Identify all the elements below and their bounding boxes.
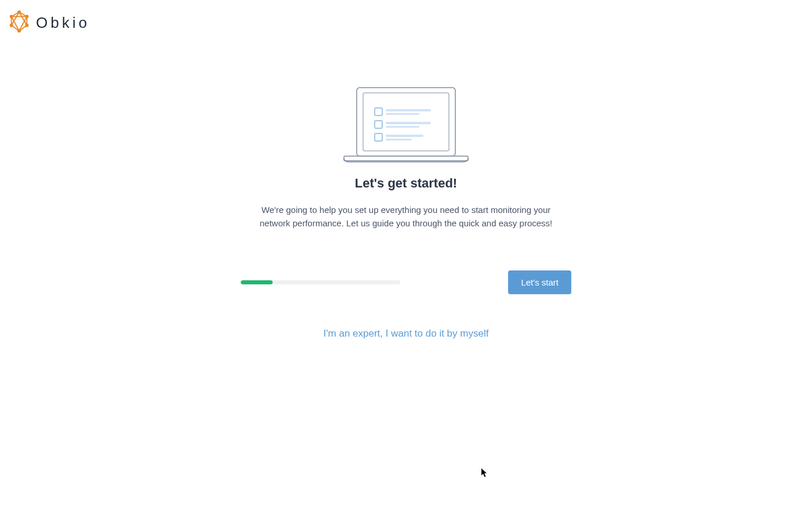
onboarding-content: Let's get started! We're going to help y… [0, 86, 812, 339]
cursor-icon [481, 468, 488, 480]
svg-rect-15 [386, 109, 431, 111]
svg-rect-16 [386, 113, 419, 115]
onboarding-heading: Let's get started! [355, 176, 457, 191]
progress-bar [241, 280, 400, 284]
laptop-illustration-icon [342, 86, 470, 164]
svg-rect-21 [386, 135, 423, 137]
svg-point-8 [17, 29, 21, 32]
svg-point-6 [25, 15, 28, 18]
brand-logo-text: Obkio [36, 14, 90, 32]
progress-bar-fill [241, 280, 273, 284]
svg-point-9 [10, 24, 13, 27]
svg-point-7 [25, 24, 28, 27]
header: Obkio [0, 0, 812, 45]
brand-logo-icon [8, 10, 30, 35]
svg-rect-22 [386, 139, 412, 140]
svg-rect-19 [386, 126, 419, 128]
lets-start-button[interactable]: Let's start [508, 270, 571, 294]
svg-point-5 [17, 10, 21, 14]
svg-rect-13 [344, 156, 468, 161]
expert-skip-link[interactable]: I'm an expert, I want to do it by myself [324, 328, 489, 339]
svg-point-10 [10, 15, 13, 18]
onboarding-description: We're going to help you set up everythin… [255, 204, 557, 230]
progress-row: Let's start [241, 270, 571, 294]
svg-rect-18 [386, 122, 431, 124]
